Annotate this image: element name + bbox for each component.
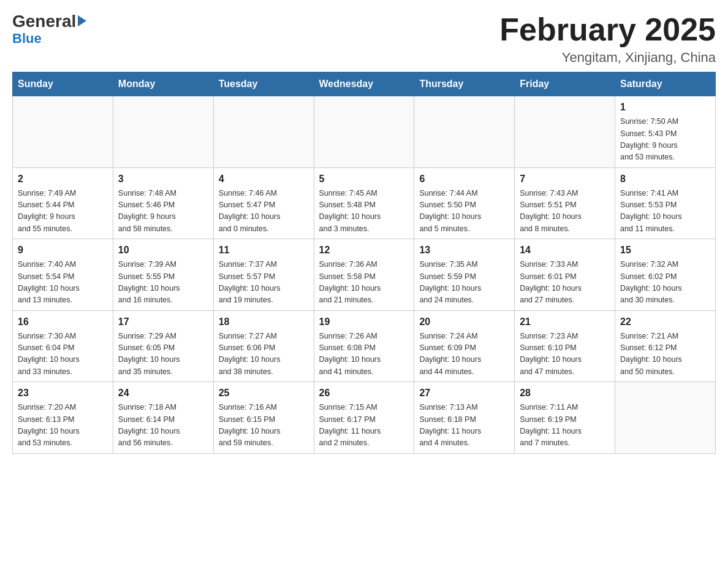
calendar-header-thursday: Thursday xyxy=(414,72,515,96)
day-number: 26 xyxy=(319,386,409,400)
calendar-cell: 4Sunrise: 7:46 AMSunset: 5:47 PMDaylight… xyxy=(213,167,314,239)
day-info: Sunrise: 7:15 AMSunset: 6:17 PMDaylight:… xyxy=(319,402,409,450)
day-number: 28 xyxy=(520,386,610,400)
logo: General Blue xyxy=(12,12,86,46)
day-number: 18 xyxy=(219,315,309,329)
day-info: Sunrise: 7:29 AMSunset: 6:05 PMDaylight:… xyxy=(118,331,208,378)
day-info: Sunrise: 7:48 AMSunset: 5:46 PMDaylight:… xyxy=(118,188,208,236)
day-info: Sunrise: 7:11 AMSunset: 6:19 PMDaylight:… xyxy=(520,402,610,450)
calendar-cell: 6Sunrise: 7:44 AMSunset: 5:50 PMDaylight… xyxy=(414,167,515,239)
day-number: 16 xyxy=(18,315,108,329)
day-number: 19 xyxy=(319,315,409,329)
day-number: 6 xyxy=(419,172,509,186)
calendar-cell: 16Sunrise: 7:30 AMSunset: 6:04 PMDayligh… xyxy=(13,310,113,382)
day-info: Sunrise: 7:44 AMSunset: 5:50 PMDaylight:… xyxy=(419,188,509,236)
calendar-cell: 5Sunrise: 7:45 AMSunset: 5:48 PMDaylight… xyxy=(314,167,414,239)
day-info: Sunrise: 7:46 AMSunset: 5:47 PMDaylight:… xyxy=(219,188,309,236)
day-number: 25 xyxy=(219,386,309,400)
calendar-header-monday: Monday xyxy=(113,72,213,96)
calendar-week-5: 23Sunrise: 7:20 AMSunset: 6:13 PMDayligh… xyxy=(13,382,716,454)
calendar-cell: 12Sunrise: 7:36 AMSunset: 5:58 PMDayligh… xyxy=(314,239,414,311)
calendar-header-friday: Friday xyxy=(515,72,615,96)
calendar-cell xyxy=(615,382,716,454)
day-info: Sunrise: 7:49 AMSunset: 5:44 PMDaylight:… xyxy=(18,188,108,236)
day-info: Sunrise: 7:39 AMSunset: 5:55 PMDaylight:… xyxy=(118,259,208,307)
title-area: February 2025 Yengitam, Xinjiang, China xyxy=(499,12,716,66)
day-number: 1 xyxy=(620,100,710,115)
calendar-cell xyxy=(515,96,615,168)
day-info: Sunrise: 7:35 AMSunset: 5:59 PMDaylight:… xyxy=(419,259,509,307)
day-info: Sunrise: 7:32 AMSunset: 6:02 PMDaylight:… xyxy=(620,259,710,307)
calendar-cell: 13Sunrise: 7:35 AMSunset: 5:59 PMDayligh… xyxy=(414,239,515,311)
calendar-cell: 7Sunrise: 7:43 AMSunset: 5:51 PMDaylight… xyxy=(515,167,615,239)
calendar-cell: 22Sunrise: 7:21 AMSunset: 6:12 PMDayligh… xyxy=(615,310,716,382)
calendar-table: SundayMondayTuesdayWednesdayThursdayFrid… xyxy=(12,72,716,454)
calendar-cell xyxy=(13,96,113,168)
day-number: 11 xyxy=(219,243,309,258)
calendar-cell: 25Sunrise: 7:16 AMSunset: 6:15 PMDayligh… xyxy=(213,382,314,454)
day-info: Sunrise: 7:36 AMSunset: 5:58 PMDaylight:… xyxy=(319,259,409,307)
logo-general-text: General xyxy=(12,12,76,31)
day-info: Sunrise: 7:20 AMSunset: 6:13 PMDaylight:… xyxy=(18,402,108,450)
calendar-cell: 23Sunrise: 7:20 AMSunset: 6:13 PMDayligh… xyxy=(13,382,113,454)
day-info: Sunrise: 7:24 AMSunset: 6:09 PMDaylight:… xyxy=(419,331,509,378)
page-header: General Blue February 2025 Yengitam, Xin… xyxy=(12,12,716,66)
calendar-header-wednesday: Wednesday xyxy=(314,72,414,96)
calendar-header-sunday: Sunday xyxy=(13,72,113,96)
day-number: 5 xyxy=(319,172,409,186)
calendar-cell: 27Sunrise: 7:13 AMSunset: 6:18 PMDayligh… xyxy=(414,382,515,454)
day-info: Sunrise: 7:18 AMSunset: 6:14 PMDaylight:… xyxy=(118,402,208,450)
calendar-cell xyxy=(113,96,213,168)
calendar-cell: 26Sunrise: 7:15 AMSunset: 6:17 PMDayligh… xyxy=(314,382,414,454)
calendar-week-4: 16Sunrise: 7:30 AMSunset: 6:04 PMDayligh… xyxy=(13,310,716,382)
day-info: Sunrise: 7:16 AMSunset: 6:15 PMDaylight:… xyxy=(219,402,309,450)
calendar-cell: 18Sunrise: 7:27 AMSunset: 6:06 PMDayligh… xyxy=(213,310,314,382)
day-number: 17 xyxy=(118,315,208,329)
calendar-cell: 2Sunrise: 7:49 AMSunset: 5:44 PMDaylight… xyxy=(13,167,113,239)
calendar-cell: 9Sunrise: 7:40 AMSunset: 5:54 PMDaylight… xyxy=(13,239,113,311)
day-number: 15 xyxy=(620,243,710,258)
day-info: Sunrise: 7:27 AMSunset: 6:06 PMDaylight:… xyxy=(219,331,309,378)
calendar-cell xyxy=(314,96,414,168)
calendar-cell: 8Sunrise: 7:41 AMSunset: 5:53 PMDaylight… xyxy=(615,167,716,239)
day-info: Sunrise: 7:26 AMSunset: 6:08 PMDaylight:… xyxy=(319,331,409,378)
calendar-cell: 24Sunrise: 7:18 AMSunset: 6:14 PMDayligh… xyxy=(113,382,213,454)
calendar-cell: 21Sunrise: 7:23 AMSunset: 6:10 PMDayligh… xyxy=(515,310,615,382)
day-number: 21 xyxy=(520,315,610,329)
day-info: Sunrise: 7:40 AMSunset: 5:54 PMDaylight:… xyxy=(18,259,108,307)
day-info: Sunrise: 7:41 AMSunset: 5:53 PMDaylight:… xyxy=(620,188,710,236)
day-number: 27 xyxy=(419,386,509,400)
day-number: 24 xyxy=(118,386,208,400)
calendar-cell: 17Sunrise: 7:29 AMSunset: 6:05 PMDayligh… xyxy=(113,310,213,382)
calendar-cell: 1Sunrise: 7:50 AMSunset: 5:43 PMDaylight… xyxy=(615,96,716,168)
logo-blue-text: Blue xyxy=(12,31,86,46)
day-info: Sunrise: 7:37 AMSunset: 5:57 PMDaylight:… xyxy=(219,259,309,307)
calendar-week-3: 9Sunrise: 7:40 AMSunset: 5:54 PMDaylight… xyxy=(13,239,716,311)
calendar-title: February 2025 xyxy=(499,12,716,47)
day-info: Sunrise: 7:43 AMSunset: 5:51 PMDaylight:… xyxy=(520,188,610,236)
day-number: 23 xyxy=(18,386,108,400)
calendar-cell: 19Sunrise: 7:26 AMSunset: 6:08 PMDayligh… xyxy=(314,310,414,382)
day-number: 4 xyxy=(219,172,309,186)
day-number: 2 xyxy=(18,172,108,186)
calendar-header-saturday: Saturday xyxy=(615,72,716,96)
day-number: 10 xyxy=(118,243,208,258)
day-info: Sunrise: 7:13 AMSunset: 6:18 PMDaylight:… xyxy=(419,402,509,450)
calendar-cell: 10Sunrise: 7:39 AMSunset: 5:55 PMDayligh… xyxy=(113,239,213,311)
calendar-cell: 15Sunrise: 7:32 AMSunset: 6:02 PMDayligh… xyxy=(615,239,716,311)
day-info: Sunrise: 7:23 AMSunset: 6:10 PMDaylight:… xyxy=(520,331,610,378)
day-info: Sunrise: 7:50 AMSunset: 5:43 PMDaylight:… xyxy=(620,116,710,164)
day-number: 20 xyxy=(419,315,509,329)
day-number: 22 xyxy=(620,315,710,329)
calendar-cell: 11Sunrise: 7:37 AMSunset: 5:57 PMDayligh… xyxy=(213,239,314,311)
calendar-cell: 3Sunrise: 7:48 AMSunset: 5:46 PMDaylight… xyxy=(113,167,213,239)
day-info: Sunrise: 7:30 AMSunset: 6:04 PMDaylight:… xyxy=(18,331,108,378)
day-info: Sunrise: 7:21 AMSunset: 6:12 PMDaylight:… xyxy=(620,331,710,378)
day-number: 7 xyxy=(520,172,610,186)
logo-arrow-icon xyxy=(78,15,86,26)
calendar-header-tuesday: Tuesday xyxy=(213,72,314,96)
day-number: 8 xyxy=(620,172,710,186)
day-number: 9 xyxy=(18,243,108,258)
calendar-week-2: 2Sunrise: 7:49 AMSunset: 5:44 PMDaylight… xyxy=(13,167,716,239)
calendar-cell: 28Sunrise: 7:11 AMSunset: 6:19 PMDayligh… xyxy=(515,382,615,454)
